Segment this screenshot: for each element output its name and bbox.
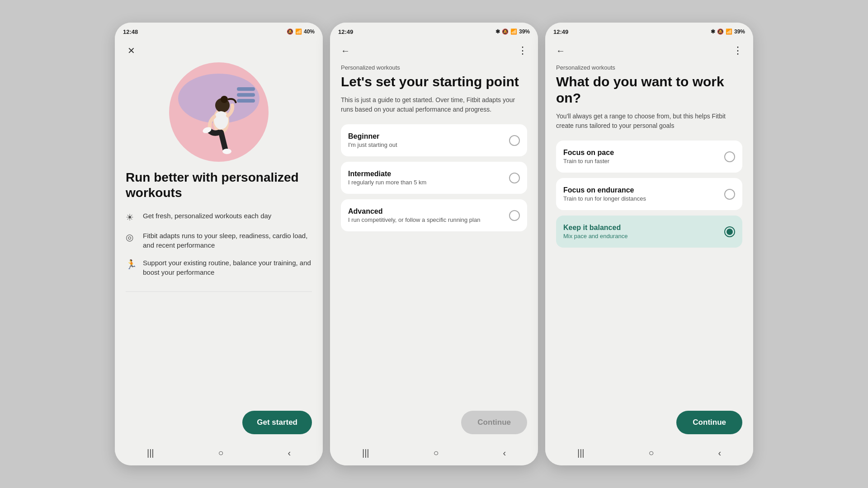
signal-icon-3: 📶	[726, 28, 732, 35]
nav-home-icon-3[interactable]: ○	[648, 448, 654, 458]
option-beginner[interactable]: Beginner I'm just starting out	[341, 124, 527, 156]
svg-point-7	[214, 111, 228, 129]
option-endurance-text: Focus on endurance Train to run for long…	[563, 186, 646, 202]
option-endurance-title: Focus on endurance	[563, 186, 646, 194]
nav-home-icon-2[interactable]: ○	[433, 448, 439, 458]
phone1-body: Run better with personalized workouts ☀ …	[115, 162, 323, 405]
radio-advanced[interactable]	[509, 210, 520, 221]
page-desc-3: You'll always get a range to choose from…	[556, 112, 742, 131]
signal-icon: 📶	[295, 28, 302, 35]
runner-icon: 🏃	[126, 259, 137, 270]
option-balanced[interactable]: Keep it balanced Mix pace and endurance	[556, 216, 742, 248]
option-balanced-title: Keep it balanced	[563, 224, 627, 232]
option-intermediate[interactable]: Intermediate I regularly run more than 5…	[341, 162, 527, 194]
status-bar-2: 12:49 ✱ 🔕 📶 39%	[330, 23, 538, 39]
option-advanced[interactable]: Advanced I run competitively, or follow …	[341, 199, 527, 231]
option-endurance[interactable]: Focus on endurance Train to run for long…	[556, 178, 742, 210]
get-started-button[interactable]: Get started	[242, 411, 312, 434]
option-intermediate-desc: I regularly run more than 5 km	[348, 179, 426, 186]
phone2-topbar: ← ⋮	[330, 39, 538, 61]
page-title-2: Let's set your starting point	[341, 74, 527, 90]
phone-3: 12:49 ✱ 🔕 📶 39% ← ⋮ Personalized workout…	[545, 23, 753, 465]
option-advanced-desc: I run competitively, or follow a specifi…	[348, 216, 480, 223]
option-beginner-title: Beginner	[348, 132, 397, 141]
status-time-3: 12:49	[553, 28, 568, 35]
nav-back-icon-2[interactable]: ‹	[503, 448, 506, 458]
bt-icon-2: ✱	[495, 28, 500, 35]
bottom-cta-2: Continue	[341, 404, 527, 442]
nav-back-icon-1[interactable]: ‹	[288, 448, 291, 458]
notification-icon-2: 🔕	[502, 28, 509, 35]
more-button-2[interactable]: ⋮	[515, 43, 530, 58]
option-endurance-desc: Train to run for longer distances	[563, 195, 646, 202]
signal-icon-2: 📶	[510, 28, 517, 35]
hero-circle	[169, 62, 269, 162]
option-intermediate-title: Intermediate	[348, 170, 426, 178]
cta-area-1: Get started	[115, 405, 323, 442]
feature-text-3: Support your existing routine, balance y…	[143, 258, 312, 277]
divider-1	[126, 291, 312, 292]
svg-rect-2	[237, 93, 255, 97]
radio-endurance[interactable]	[724, 189, 735, 200]
svg-rect-1	[237, 87, 255, 91]
option-pace-text: Focus on pace Train to run faster	[563, 149, 614, 164]
feature-text-1: Get fresh, personalized workouts each da…	[143, 211, 271, 221]
feature-list: ☀ Get fresh, personalized workouts each …	[126, 211, 312, 277]
page-title-3: What do you want to work on?	[556, 74, 742, 106]
section-label-2: Personalized workouts	[341, 64, 527, 71]
feature-item-2: ◎ Fitbit adapts runs to your sleep, read…	[126, 231, 312, 250]
hero-image-container	[115, 58, 323, 162]
status-icons-2: ✱ 🔕 📶 39%	[495, 28, 530, 35]
feature-item-3: 🏃 Support your existing routine, balance…	[126, 258, 312, 277]
more-button-3[interactable]: ⋮	[731, 43, 745, 58]
battery-3: 39%	[734, 28, 745, 35]
option-beginner-desc: I'm just starting out	[348, 141, 397, 148]
option-pace[interactable]: Focus on pace Train to run faster	[556, 141, 742, 173]
phone-2: 12:49 ✱ 🔕 📶 39% ← ⋮ Personalized workout…	[330, 23, 538, 465]
phone1-topbar: ✕	[115, 39, 323, 58]
phones-container: 12:48 🔕 📶 40% ✕	[0, 0, 868, 488]
target-icon: ◎	[126, 232, 137, 243]
option-advanced-title: Advanced	[348, 207, 480, 216]
option-pace-desc: Train to run faster	[563, 158, 614, 164]
bt-icon-3: ✱	[711, 28, 715, 35]
nav-bar-1: ||| ○ ‹	[115, 442, 323, 465]
phone3-body: Personalized workouts What do you want t…	[545, 61, 753, 442]
option-advanced-text: Advanced I run competitively, or follow …	[348, 207, 480, 223]
notification-icon-3: 🔕	[717, 28, 724, 35]
page-desc-2: This is just a guide to get started. Ove…	[341, 95, 527, 114]
status-bar-3: 12:49 ✱ 🔕 📶 39%	[545, 23, 753, 39]
battery-1: 40%	[304, 28, 315, 35]
status-bar-1: 12:48 🔕 📶 40%	[115, 23, 323, 39]
nav-home-icon-1[interactable]: ○	[218, 448, 223, 458]
nav-menu-icon-1[interactable]: |||	[147, 448, 154, 458]
back-button-3[interactable]: ←	[553, 43, 568, 58]
radio-beginner[interactable]	[509, 135, 520, 146]
radio-intermediate[interactable]	[509, 173, 520, 183]
svg-point-6	[221, 96, 228, 103]
status-icons-3: ✱ 🔕 📶 39%	[711, 28, 745, 35]
option-pace-title: Focus on pace	[563, 149, 614, 157]
phone3-topbar: ← ⋮	[545, 39, 753, 61]
phone-1: 12:48 🔕 📶 40% ✕	[115, 23, 323, 465]
battery-2: 39%	[519, 28, 530, 35]
continue-button-2[interactable]: Continue	[461, 411, 527, 434]
nav-back-icon-3[interactable]: ‹	[718, 448, 721, 458]
option-balanced-desc: Mix pace and endurance	[563, 233, 627, 239]
close-button[interactable]: ✕	[124, 43, 138, 58]
notification-icon: 🔕	[287, 28, 293, 35]
sunshine-icon: ☀	[126, 212, 137, 223]
status-icons-1: 🔕 📶 40%	[287, 28, 315, 35]
svg-point-8	[222, 149, 231, 154]
back-button-2[interactable]: ←	[338, 43, 353, 58]
option-balanced-text: Keep it balanced Mix pace and endurance	[563, 224, 627, 239]
continue-button-3[interactable]: Continue	[676, 411, 742, 434]
nav-menu-icon-2[interactable]: |||	[362, 448, 369, 458]
phone2-body: Personalized workouts Let's set your sta…	[330, 61, 538, 442]
radio-pace[interactable]	[724, 151, 735, 162]
nav-bar-2: ||| ○ ‹	[330, 442, 538, 465]
nav-menu-icon-3[interactable]: |||	[577, 448, 585, 458]
svg-rect-3	[237, 99, 255, 103]
option-intermediate-text: Intermediate I regularly run more than 5…	[348, 170, 426, 186]
radio-balanced[interactable]	[724, 226, 735, 237]
